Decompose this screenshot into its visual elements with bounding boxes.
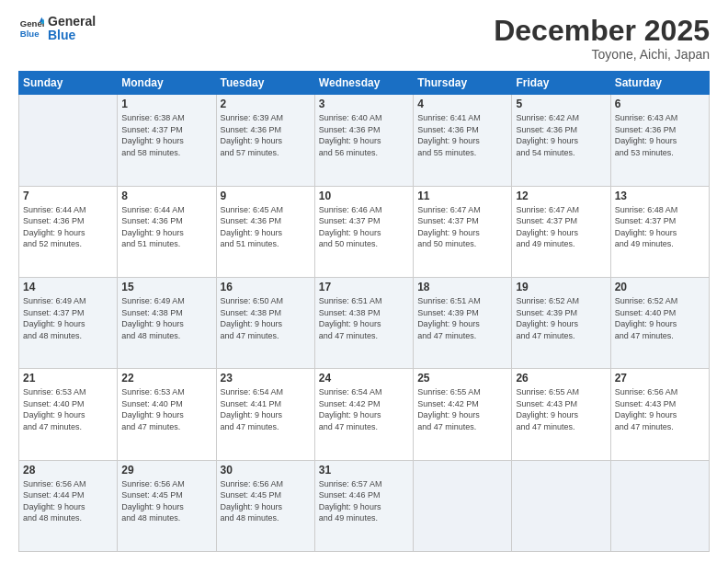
calendar-day-cell: 27Sunrise: 6:56 AMSunset: 4:43 PMDayligh… [610, 369, 709, 460]
day-number: 5 [516, 98, 606, 110]
day-number: 16 [221, 281, 311, 293]
day-info: Sunrise: 6:41 AMSunset: 4:36 PMDaylight:… [417, 112, 507, 158]
day-number: 31 [319, 464, 409, 477]
day-number: 2 [221, 98, 311, 110]
calendar-day-cell: 9Sunrise: 6:45 AMSunset: 4:36 PMDaylight… [216, 186, 314, 277]
calendar-body: 1Sunrise: 6:38 AMSunset: 4:37 PMDaylight… [19, 95, 710, 552]
svg-text:Blue: Blue [20, 29, 40, 39]
calendar-day-cell: 3Sunrise: 6:40 AMSunset: 4:36 PMDaylight… [314, 95, 413, 186]
location: Toyone, Aichi, Japan [494, 47, 710, 62]
day-info: Sunrise: 6:56 AMSunset: 4:44 PMDaylight:… [23, 478, 113, 524]
day-info: Sunrise: 6:53 AMSunset: 4:40 PMDaylight:… [121, 386, 211, 432]
day-info: Sunrise: 6:46 AMSunset: 4:37 PMDaylight:… [319, 204, 409, 250]
calendar-day-cell: 21Sunrise: 6:53 AMSunset: 4:40 PMDayligh… [19, 369, 118, 460]
day-number: 9 [221, 190, 311, 202]
day-number: 11 [417, 190, 507, 202]
calendar-week-row: 28Sunrise: 6:56 AMSunset: 4:44 PMDayligh… [19, 460, 710, 551]
calendar-day-cell: 29Sunrise: 6:56 AMSunset: 4:45 PMDayligh… [118, 460, 216, 551]
weekday-header: Wednesday [314, 72, 413, 95]
day-info: Sunrise: 6:50 AMSunset: 4:38 PMDaylight:… [221, 295, 311, 341]
calendar-day-cell: 7Sunrise: 6:44 AMSunset: 4:36 PMDaylight… [19, 186, 118, 277]
calendar-day-cell: 11Sunrise: 6:47 AMSunset: 4:37 PMDayligh… [414, 186, 512, 277]
day-info: Sunrise: 6:45 AMSunset: 4:36 PMDaylight:… [221, 204, 311, 250]
weekday-header: Monday [118, 72, 216, 95]
calendar-day-cell [414, 460, 512, 551]
day-info: Sunrise: 6:55 AMSunset: 4:43 PMDaylight:… [516, 386, 606, 432]
calendar-day-cell: 20Sunrise: 6:52 AMSunset: 4:40 PMDayligh… [610, 277, 709, 368]
calendar-day-cell: 17Sunrise: 6:51 AMSunset: 4:38 PMDayligh… [314, 277, 413, 368]
day-number: 21 [23, 372, 113, 385]
day-info: Sunrise: 6:49 AMSunset: 4:37 PMDaylight:… [23, 295, 113, 341]
calendar-day-cell: 23Sunrise: 6:54 AMSunset: 4:41 PMDayligh… [216, 369, 314, 460]
day-info: Sunrise: 6:38 AMSunset: 4:37 PMDaylight:… [121, 112, 211, 158]
calendar-header-row: SundayMondayTuesdayWednesdayThursdayFrid… [19, 72, 710, 95]
calendar-day-cell: 30Sunrise: 6:56 AMSunset: 4:45 PMDayligh… [216, 460, 314, 551]
calendar-day-cell: 13Sunrise: 6:48 AMSunset: 4:37 PMDayligh… [610, 186, 709, 277]
logo: General Blue General Blue [18, 15, 96, 43]
day-info: Sunrise: 6:43 AMSunset: 4:36 PMDaylight:… [615, 112, 705, 158]
calendar-day-cell: 14Sunrise: 6:49 AMSunset: 4:37 PMDayligh… [19, 277, 118, 368]
calendar-day-cell: 31Sunrise: 6:57 AMSunset: 4:46 PMDayligh… [314, 460, 413, 551]
day-info: Sunrise: 6:57 AMSunset: 4:46 PMDaylight:… [319, 478, 409, 524]
day-info: Sunrise: 6:54 AMSunset: 4:41 PMDaylight:… [221, 386, 311, 432]
day-number: 7 [23, 190, 113, 202]
calendar-week-row: 14Sunrise: 6:49 AMSunset: 4:37 PMDayligh… [19, 277, 710, 368]
calendar-day-cell: 22Sunrise: 6:53 AMSunset: 4:40 PMDayligh… [118, 369, 216, 460]
calendar-day-cell [19, 95, 118, 186]
weekday-header: Sunday [19, 72, 118, 95]
day-info: Sunrise: 6:42 AMSunset: 4:36 PMDaylight:… [516, 112, 606, 158]
day-number: 6 [615, 98, 705, 110]
calendar-day-cell: 6Sunrise: 6:43 AMSunset: 4:36 PMDaylight… [610, 95, 709, 186]
day-info: Sunrise: 6:40 AMSunset: 4:36 PMDaylight:… [319, 112, 409, 158]
page: General Blue General Blue December 2025 … [0, 0, 728, 563]
day-number: 3 [319, 98, 409, 110]
calendar-day-cell: 15Sunrise: 6:49 AMSunset: 4:38 PMDayligh… [118, 277, 216, 368]
calendar-week-row: 7Sunrise: 6:44 AMSunset: 4:36 PMDaylight… [19, 186, 710, 277]
day-info: Sunrise: 6:54 AMSunset: 4:42 PMDaylight:… [319, 386, 409, 432]
day-number: 1 [121, 98, 211, 110]
day-info: Sunrise: 6:52 AMSunset: 4:40 PMDaylight:… [615, 295, 705, 341]
day-number: 23 [221, 372, 311, 385]
day-info: Sunrise: 6:56 AMSunset: 4:45 PMDaylight:… [221, 478, 311, 524]
calendar-week-row: 1Sunrise: 6:38 AMSunset: 4:37 PMDaylight… [19, 95, 710, 186]
logo-icon: General Blue [18, 16, 44, 41]
day-info: Sunrise: 6:44 AMSunset: 4:36 PMDaylight:… [121, 204, 211, 250]
day-number: 8 [121, 190, 211, 202]
day-number: 15 [121, 281, 211, 293]
calendar-day-cell: 18Sunrise: 6:51 AMSunset: 4:39 PMDayligh… [414, 277, 512, 368]
day-number: 27 [615, 372, 705, 385]
calendar-week-row: 21Sunrise: 6:53 AMSunset: 4:40 PMDayligh… [19, 369, 710, 460]
day-number: 4 [417, 98, 507, 110]
day-number: 24 [319, 372, 409, 385]
day-info: Sunrise: 6:44 AMSunset: 4:36 PMDaylight:… [23, 204, 113, 250]
day-number: 17 [319, 281, 409, 293]
weekday-header: Tuesday [216, 72, 314, 95]
logo-general: General [48, 15, 96, 29]
day-info: Sunrise: 6:52 AMSunset: 4:39 PMDaylight:… [516, 295, 606, 341]
day-info: Sunrise: 6:47 AMSunset: 4:37 PMDaylight:… [417, 204, 507, 250]
day-number: 29 [121, 464, 211, 477]
calendar-day-cell: 10Sunrise: 6:46 AMSunset: 4:37 PMDayligh… [314, 186, 413, 277]
day-info: Sunrise: 6:55 AMSunset: 4:42 PMDaylight:… [417, 386, 507, 432]
day-number: 28 [23, 464, 113, 477]
day-number: 13 [615, 190, 705, 202]
weekday-header: Friday [512, 72, 610, 95]
day-info: Sunrise: 6:53 AMSunset: 4:40 PMDaylight:… [23, 386, 113, 432]
day-number: 19 [516, 281, 606, 293]
day-number: 22 [121, 372, 211, 385]
day-number: 10 [319, 190, 409, 202]
calendar-day-cell: 19Sunrise: 6:52 AMSunset: 4:39 PMDayligh… [512, 277, 610, 368]
calendar-day-cell: 4Sunrise: 6:41 AMSunset: 4:36 PMDaylight… [414, 95, 512, 186]
day-number: 26 [516, 372, 606, 385]
calendar-day-cell: 25Sunrise: 6:55 AMSunset: 4:42 PMDayligh… [414, 369, 512, 460]
day-number: 20 [615, 281, 705, 293]
day-number: 14 [23, 281, 113, 293]
day-info: Sunrise: 6:56 AMSunset: 4:43 PMDaylight:… [615, 386, 705, 432]
calendar-day-cell: 5Sunrise: 6:42 AMSunset: 4:36 PMDaylight… [512, 95, 610, 186]
day-info: Sunrise: 6:51 AMSunset: 4:39 PMDaylight:… [417, 295, 507, 341]
day-info: Sunrise: 6:49 AMSunset: 4:38 PMDaylight:… [121, 295, 211, 341]
calendar-table: SundayMondayTuesdayWednesdayThursdayFrid… [18, 71, 710, 552]
weekday-header: Saturday [610, 72, 709, 95]
day-number: 12 [516, 190, 606, 202]
calendar-day-cell [512, 460, 610, 551]
